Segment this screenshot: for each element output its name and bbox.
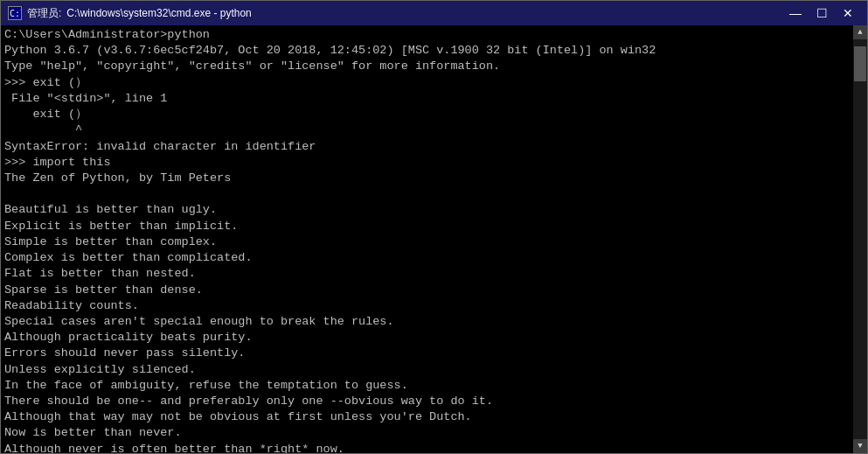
scroll-down-button[interactable]: ▼ <box>853 439 867 453</box>
vertical-scrollbar[interactable]: ▲ ▼ <box>853 25 867 453</box>
admin-label: 管理员: <box>27 6 61 21</box>
window-title: C:\windows\system32\cmd.exe - python <box>66 7 251 19</box>
minimize-button[interactable]: — <box>783 4 808 22</box>
console-text: C:\Users\Administrator>python Python 3.6… <box>4 27 850 453</box>
scroll-up-button[interactable]: ▲ <box>853 25 867 39</box>
title-bar-left: C:\ 管理员: C:\windows\system32\cmd.exe - p… <box>8 6 252 21</box>
scroll-track[interactable] <box>853 39 867 439</box>
console-area: C:\Users\Administrator>python Python 3.6… <box>1 25 867 453</box>
title-bar: C:\ 管理员: C:\windows\system32\cmd.exe - p… <box>1 1 867 25</box>
scroll-thumb[interactable] <box>854 46 866 81</box>
cmd-window: C:\ 管理员: C:\windows\system32\cmd.exe - p… <box>0 0 868 454</box>
maximize-button[interactable]: ☐ <box>809 4 834 22</box>
console-output[interactable]: C:\Users\Administrator>python Python 3.6… <box>1 25 853 453</box>
window-controls: — ☐ ✕ <box>783 4 860 22</box>
svg-text:C:\: C:\ <box>10 9 21 18</box>
cmd-icon: C:\ <box>8 6 22 20</box>
close-button[interactable]: ✕ <box>836 4 860 22</box>
